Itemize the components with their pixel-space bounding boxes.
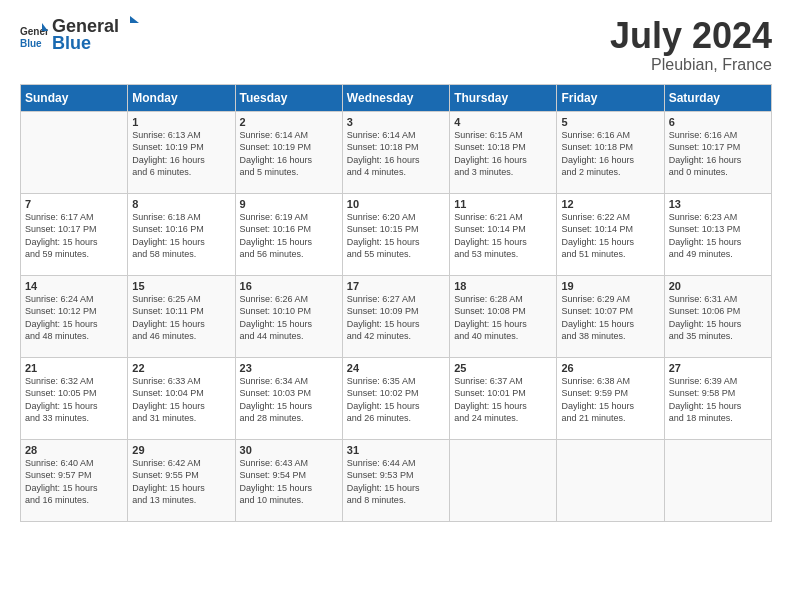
day-info: Sunrise: 6:26 AM Sunset: 10:10 PM Daylig… <box>240 293 338 343</box>
day-number: 26 <box>561 362 659 374</box>
page-container: General Blue General Blue July 2024 Pleu… <box>0 0 792 532</box>
day-number: 31 <box>347 444 445 456</box>
calendar-cell: 31Sunrise: 6:44 AM Sunset: 9:53 PM Dayli… <box>342 439 449 521</box>
day-number: 23 <box>240 362 338 374</box>
svg-marker-3 <box>130 16 139 23</box>
col-header-monday: Monday <box>128 84 235 111</box>
day-info: Sunrise: 6:24 AM Sunset: 10:12 PM Daylig… <box>25 293 123 343</box>
day-number: 17 <box>347 280 445 292</box>
logo: General Blue General Blue <box>20 16 139 54</box>
day-info: Sunrise: 6:15 AM Sunset: 10:18 PM Daylig… <box>454 129 552 179</box>
day-info: Sunrise: 6:44 AM Sunset: 9:53 PM Dayligh… <box>347 457 445 507</box>
subtitle: Pleubian, France <box>610 56 772 74</box>
week-row-5: 28Sunrise: 6:40 AM Sunset: 9:57 PM Dayli… <box>21 439 772 521</box>
col-header-sunday: Sunday <box>21 84 128 111</box>
calendar-cell: 27Sunrise: 6:39 AM Sunset: 9:58 PM Dayli… <box>664 357 771 439</box>
day-info: Sunrise: 6:40 AM Sunset: 9:57 PM Dayligh… <box>25 457 123 507</box>
day-number: 14 <box>25 280 123 292</box>
day-info: Sunrise: 6:23 AM Sunset: 10:13 PM Daylig… <box>669 211 767 261</box>
calendar-cell: 25Sunrise: 6:37 AM Sunset: 10:01 PM Dayl… <box>450 357 557 439</box>
calendar-cell: 12Sunrise: 6:22 AM Sunset: 10:14 PM Dayl… <box>557 193 664 275</box>
calendar-cell: 16Sunrise: 6:26 AM Sunset: 10:10 PM Dayl… <box>235 275 342 357</box>
header: General Blue General Blue July 2024 Pleu… <box>20 16 772 74</box>
day-number: 8 <box>132 198 230 210</box>
calendar-cell: 4Sunrise: 6:15 AM Sunset: 10:18 PM Dayli… <box>450 111 557 193</box>
day-number: 27 <box>669 362 767 374</box>
calendar-cell: 30Sunrise: 6:43 AM Sunset: 9:54 PM Dayli… <box>235 439 342 521</box>
calendar-cell: 8Sunrise: 6:18 AM Sunset: 10:16 PM Dayli… <box>128 193 235 275</box>
day-info: Sunrise: 6:28 AM Sunset: 10:08 PM Daylig… <box>454 293 552 343</box>
day-number: 29 <box>132 444 230 456</box>
day-number: 10 <box>347 198 445 210</box>
day-info: Sunrise: 6:37 AM Sunset: 10:01 PM Daylig… <box>454 375 552 425</box>
calendar-cell: 15Sunrise: 6:25 AM Sunset: 10:11 PM Dayl… <box>128 275 235 357</box>
day-info: Sunrise: 6:13 AM Sunset: 10:19 PM Daylig… <box>132 129 230 179</box>
day-info: Sunrise: 6:33 AM Sunset: 10:04 PM Daylig… <box>132 375 230 425</box>
week-row-3: 14Sunrise: 6:24 AM Sunset: 10:12 PM Dayl… <box>21 275 772 357</box>
day-number: 18 <box>454 280 552 292</box>
day-number: 12 <box>561 198 659 210</box>
day-number: 2 <box>240 116 338 128</box>
day-info: Sunrise: 6:19 AM Sunset: 10:16 PM Daylig… <box>240 211 338 261</box>
title-block: July 2024 Pleubian, France <box>610 16 772 74</box>
svg-text:Blue: Blue <box>20 38 42 49</box>
calendar-cell: 22Sunrise: 6:33 AM Sunset: 10:04 PM Dayl… <box>128 357 235 439</box>
day-number: 22 <box>132 362 230 374</box>
day-number: 7 <box>25 198 123 210</box>
calendar-cell: 19Sunrise: 6:29 AM Sunset: 10:07 PM Dayl… <box>557 275 664 357</box>
day-info: Sunrise: 6:38 AM Sunset: 9:59 PM Dayligh… <box>561 375 659 425</box>
day-info: Sunrise: 6:20 AM Sunset: 10:15 PM Daylig… <box>347 211 445 261</box>
day-number: 28 <box>25 444 123 456</box>
logo-bird-icon <box>121 14 139 32</box>
day-number: 6 <box>669 116 767 128</box>
logo-text-block: General Blue <box>52 16 139 54</box>
day-number: 13 <box>669 198 767 210</box>
day-info: Sunrise: 6:25 AM Sunset: 10:11 PM Daylig… <box>132 293 230 343</box>
col-header-wednesday: Wednesday <box>342 84 449 111</box>
day-number: 21 <box>25 362 123 374</box>
day-info: Sunrise: 6:21 AM Sunset: 10:14 PM Daylig… <box>454 211 552 261</box>
day-info: Sunrise: 6:14 AM Sunset: 10:18 PM Daylig… <box>347 129 445 179</box>
day-info: Sunrise: 6:34 AM Sunset: 10:03 PM Daylig… <box>240 375 338 425</box>
header-row: SundayMondayTuesdayWednesdayThursdayFrid… <box>21 84 772 111</box>
col-header-friday: Friday <box>557 84 664 111</box>
calendar-cell: 24Sunrise: 6:35 AM Sunset: 10:02 PM Dayl… <box>342 357 449 439</box>
calendar-cell <box>450 439 557 521</box>
calendar-cell <box>557 439 664 521</box>
calendar-cell: 5Sunrise: 6:16 AM Sunset: 10:18 PM Dayli… <box>557 111 664 193</box>
week-row-4: 21Sunrise: 6:32 AM Sunset: 10:05 PM Dayl… <box>21 357 772 439</box>
day-info: Sunrise: 6:29 AM Sunset: 10:07 PM Daylig… <box>561 293 659 343</box>
day-info: Sunrise: 6:17 AM Sunset: 10:17 PM Daylig… <box>25 211 123 261</box>
day-number: 3 <box>347 116 445 128</box>
calendar-cell <box>21 111 128 193</box>
calendar-cell: 18Sunrise: 6:28 AM Sunset: 10:08 PM Dayl… <box>450 275 557 357</box>
day-number: 11 <box>454 198 552 210</box>
calendar-cell: 23Sunrise: 6:34 AM Sunset: 10:03 PM Dayl… <box>235 357 342 439</box>
week-row-2: 7Sunrise: 6:17 AM Sunset: 10:17 PM Dayli… <box>21 193 772 275</box>
day-number: 15 <box>132 280 230 292</box>
calendar-cell <box>664 439 771 521</box>
day-info: Sunrise: 6:31 AM Sunset: 10:06 PM Daylig… <box>669 293 767 343</box>
col-header-saturday: Saturday <box>664 84 771 111</box>
calendar-cell: 21Sunrise: 6:32 AM Sunset: 10:05 PM Dayl… <box>21 357 128 439</box>
day-info: Sunrise: 6:27 AM Sunset: 10:09 PM Daylig… <box>347 293 445 343</box>
day-info: Sunrise: 6:32 AM Sunset: 10:05 PM Daylig… <box>25 375 123 425</box>
main-title: July 2024 <box>610 16 772 56</box>
calendar-cell: 7Sunrise: 6:17 AM Sunset: 10:17 PM Dayli… <box>21 193 128 275</box>
calendar-cell: 6Sunrise: 6:16 AM Sunset: 10:17 PM Dayli… <box>664 111 771 193</box>
day-number: 25 <box>454 362 552 374</box>
col-header-thursday: Thursday <box>450 84 557 111</box>
calendar-cell: 14Sunrise: 6:24 AM Sunset: 10:12 PM Dayl… <box>21 275 128 357</box>
logo-icon: General Blue <box>20 21 48 49</box>
day-number: 19 <box>561 280 659 292</box>
calendar-cell: 2Sunrise: 6:14 AM Sunset: 10:19 PM Dayli… <box>235 111 342 193</box>
calendar-cell: 9Sunrise: 6:19 AM Sunset: 10:16 PM Dayli… <box>235 193 342 275</box>
col-header-tuesday: Tuesday <box>235 84 342 111</box>
day-number: 9 <box>240 198 338 210</box>
calendar-cell: 17Sunrise: 6:27 AM Sunset: 10:09 PM Dayl… <box>342 275 449 357</box>
day-number: 16 <box>240 280 338 292</box>
week-row-1: 1Sunrise: 6:13 AM Sunset: 10:19 PM Dayli… <box>21 111 772 193</box>
calendar-cell: 20Sunrise: 6:31 AM Sunset: 10:06 PM Dayl… <box>664 275 771 357</box>
day-number: 30 <box>240 444 338 456</box>
calendar-cell: 11Sunrise: 6:21 AM Sunset: 10:14 PM Dayl… <box>450 193 557 275</box>
